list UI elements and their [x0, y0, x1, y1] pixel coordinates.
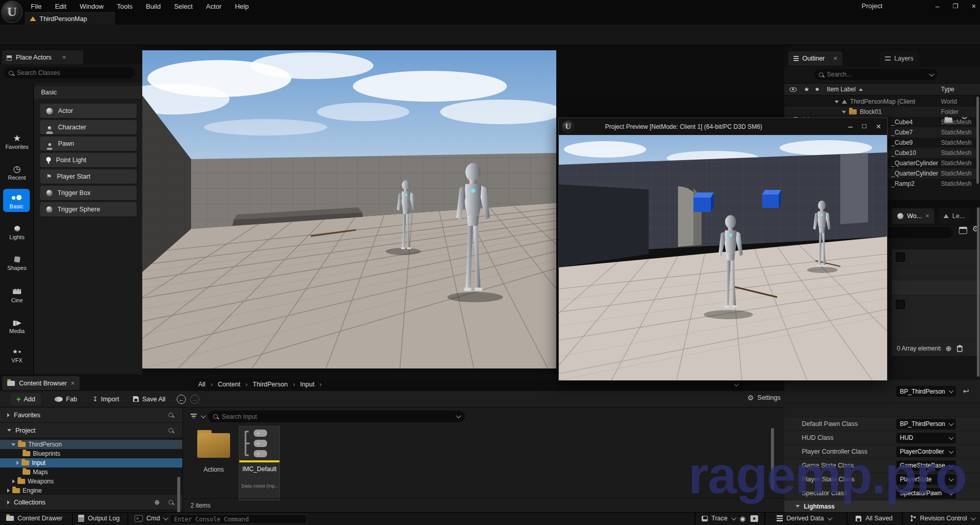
asset-imc-default[interactable]: +++ IMC_Default Data Asset (Inp... — [239, 426, 280, 500]
files-filter-icon[interactable] — [191, 414, 197, 418]
tree-item-weapons[interactable]: Weapons — [0, 477, 182, 486]
close-tab-icon[interactable]: × — [71, 380, 74, 387]
tab-levels[interactable]: Le... — [938, 208, 970, 224]
close-button[interactable]: × — [972, 2, 976, 10]
reset-to-default-icon[interactable]: ↩ — [963, 387, 969, 395]
favorites-section[interactable]: Favorites — [0, 407, 182, 423]
search-classes-input[interactable] — [17, 69, 120, 76]
tree-item-thirdperson[interactable]: ThirdPerson — [0, 440, 182, 449]
fab-button[interactable]: Fab — [54, 396, 77, 403]
crumb-thirdperson[interactable]: ThirdPerson — [253, 381, 288, 388]
place-item-trigger-sphere[interactable]: Trigger Sphere — [40, 202, 137, 217]
type-header[interactable]: Type — [941, 86, 954, 93]
outliner-search[interactable] — [814, 69, 937, 80]
category-shapes[interactable]: Shapes — [0, 254, 34, 271]
tree-item-maps[interactable]: Maps — [0, 468, 182, 477]
save-all-button[interactable]: Save All — [133, 396, 165, 403]
cmd-dropdown[interactable]: >_ Cmd — [135, 515, 167, 522]
collections-section[interactable]: Collections ⊕ — [0, 495, 182, 510]
add-button[interactable]: +Add — [10, 393, 41, 405]
category-recent[interactable]: ◷Recent — [0, 163, 34, 181]
tab-outliner[interactable]: Outliner × — [788, 51, 842, 66]
outliner-scrollbar[interactable] — [976, 96, 979, 184]
category-basic[interactable]: Basic — [3, 189, 30, 212]
console-command-input[interactable] — [174, 516, 303, 523]
menu-actor[interactable]: Actor — [206, 3, 221, 10]
minimize-button[interactable]: – — [935, 2, 939, 10]
place-item-actor[interactable]: Actor — [40, 104, 137, 118]
unreal-logo-icon[interactable]: U — [1, 1, 23, 23]
maximize-button[interactable]: ❐ — [953, 3, 958, 10]
menu-help[interactable]: Help — [235, 3, 249, 10]
menu-tools[interactable]: Tools — [117, 3, 133, 10]
search-icon[interactable] — [168, 428, 173, 433]
tree-item-input[interactable]: Input — [0, 458, 182, 468]
game-mode-dropdown[interactable]: BP_ThirdPersonGa — [896, 386, 956, 397]
minimize-icon[interactable]: – — [848, 122, 853, 131]
back-button[interactable]: ← — [177, 395, 186, 404]
close-tab-icon[interactable]: × — [834, 55, 837, 62]
category-vfx[interactable]: ★★ VFX — [0, 346, 34, 363]
revision-control-dropdown[interactable]: Revision Control — [910, 515, 974, 522]
outliner-row[interactable]: Block01 Folder — [784, 107, 976, 117]
files-search[interactable] — [208, 411, 465, 422]
place-item-trigger-box[interactable]: Trigger Box — [40, 186, 137, 200]
category-favorites[interactable]: ★Favorites — [0, 132, 34, 150]
tree-item-engine[interactable]: Engine — [0, 486, 182, 495]
grid-view-icon[interactable] — [959, 227, 967, 234]
category-cine[interactable]: Cine — [0, 286, 34, 303]
project-preview-window[interactable]: U Project Preview [NetMode: Client 1] (6… — [558, 118, 888, 381]
outliner-row[interactable]: ThirdPersonMap (Client World — [784, 96, 976, 107]
search-icon[interactable] — [168, 500, 173, 504]
project-section[interactable]: Project — [0, 423, 182, 438]
hud-class-dropdown[interactable]: HUD — [896, 433, 956, 443]
clear-array-trash-icon[interactable] — [956, 345, 963, 352]
close-tab-icon[interactable]: × — [62, 54, 66, 61]
close-tab-icon[interactable]: × — [926, 212, 929, 220]
visibility-eye-icon[interactable] — [789, 87, 797, 92]
place-item-point-light[interactable]: Point Light — [40, 153, 137, 167]
tab-place-actors[interactable]: ⬒ Place Actors × — [2, 50, 83, 64]
breadcrumb-chevron-icon[interactable] — [734, 381, 739, 386]
preview-viewport[interactable] — [559, 135, 887, 380]
maximize-icon[interactable]: ☐ — [862, 123, 867, 130]
add-collection-icon[interactable]: ⊕ — [155, 498, 160, 506]
asset-actions-folder[interactable]: Actions — [192, 429, 236, 485]
tree-item-blueprints[interactable]: Blueprints — [0, 449, 182, 458]
place-item-character[interactable]: Character — [40, 120, 137, 134]
menu-build[interactable]: Build — [146, 3, 161, 10]
level-viewport[interactable] — [142, 50, 556, 368]
place-actors-search[interactable] — [4, 67, 135, 79]
crumb-content[interactable]: Content — [218, 381, 240, 388]
menu-window[interactable]: Window — [80, 3, 103, 10]
star-column-icon[interactable]: ★ — [804, 86, 809, 93]
tab-layers[interactable]: Layers — [880, 51, 919, 66]
content-drawer-button[interactable]: Content Drawer — [6, 515, 63, 522]
place-item-player-start[interactable]: ⚑ Player Start — [40, 169, 137, 184]
import-button[interactable]: ↧ Import — [92, 395, 119, 403]
item-label-header[interactable]: Item Label — [827, 86, 856, 93]
details-scrollbar[interactable] — [977, 207, 979, 377]
crumb-all[interactable]: All — [198, 381, 205, 388]
pin-column-icon[interactable] — [816, 88, 819, 91]
place-item-pawn[interactable]: Pawn — [40, 137, 137, 151]
category-lights[interactable]: Lights — [0, 223, 34, 240]
output-log-button[interactable]: Output Log — [78, 515, 120, 522]
menu-file[interactable]: File — [31, 3, 42, 10]
derived-data-dropdown[interactable]: Derived Data — [777, 515, 831, 522]
outliner-search-input[interactable] — [827, 71, 914, 78]
all-saved-button[interactable]: All Saved — [855, 515, 893, 522]
insights-record-icon[interactable]: ◉ — [740, 515, 745, 522]
files-filter-chevron-icon[interactable] — [201, 413, 206, 418]
search-icon[interactable] — [168, 413, 173, 417]
forward-button[interactable]: → — [190, 395, 199, 404]
tab-level[interactable]: ThirdPersonMap — [25, 12, 115, 25]
menu-edit[interactable]: Edit — [55, 3, 66, 10]
tab-content-browser[interactable]: Content Browser × — [2, 376, 80, 390]
close-icon[interactable]: × — [876, 122, 881, 131]
preview-titlebar[interactable]: U Project Preview [NetMode: Client 1] (6… — [559, 118, 887, 135]
add-array-element-icon[interactable]: ⊕ — [946, 344, 952, 353]
property-checkbox[interactable] — [896, 252, 905, 262]
search-input-field[interactable] — [222, 413, 417, 420]
menu-select[interactable]: Select — [174, 3, 193, 10]
